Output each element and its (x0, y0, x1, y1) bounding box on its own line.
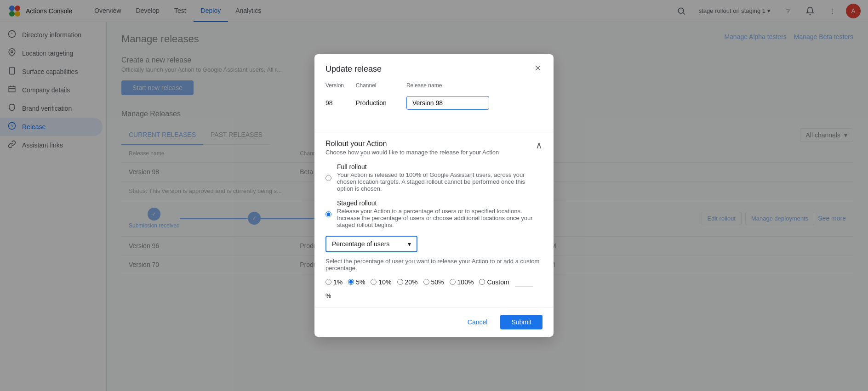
cancel-button[interactable]: Cancel (460, 315, 495, 329)
custom-pct-input[interactable] (515, 277, 533, 287)
full-rollout-label[interactable]: Full rollout (337, 163, 367, 170)
pct-option-50[interactable]: 50% (423, 278, 444, 286)
version-value: 98 (326, 92, 356, 113)
full-rollout-label-group: Full rollout Your Action is released to … (337, 163, 542, 192)
dialog-footer: Cancel Submit (314, 307, 554, 337)
pct-radio-50[interactable] (423, 279, 429, 285)
full-rollout-radio[interactable] (326, 164, 331, 192)
staged-rollout-label-group: Staged rollout Release your Action to a … (337, 199, 542, 228)
chevron-down-icon: ▾ (408, 240, 411, 248)
rollout-section: Rollout your Action Choose how you would… (314, 132, 554, 307)
close-dialog-button[interactable] (533, 63, 542, 75)
dialog-version-section: Version Channel Release name 98 Producti… (314, 82, 554, 132)
pct-symbol: % (326, 292, 331, 300)
update-release-dialog: Update release Version Channel Release n… (314, 54, 554, 337)
dialog-overlay: Update release Version Channel Release n… (0, 0, 868, 391)
version-table: Version Channel Release name 98 Producti… (326, 82, 542, 113)
submit-button[interactable]: Submit (500, 315, 542, 329)
staged-rollout-desc: Release your Action to a percentage of u… (337, 208, 542, 228)
staged-rollout-label[interactable]: Staged rollout (337, 199, 377, 207)
staged-rollout-option: Staged rollout Release your Action to a … (326, 199, 542, 228)
full-rollout-desc: Your Action is released to 100% of Googl… (337, 171, 542, 192)
pct-radio-5[interactable] (348, 279, 354, 285)
collapse-rollout-icon[interactable]: ∧ (536, 140, 542, 151)
channel-col-header: Channel (356, 82, 406, 92)
dialog-header: Update release (314, 54, 554, 82)
pct-radio-1[interactable] (326, 279, 331, 285)
full-rollout-option: Full rollout Your Action is released to … (326, 163, 542, 192)
release-name-field-cell (406, 92, 542, 113)
pct-radio-20[interactable] (397, 279, 403, 285)
percentage-options: 1% 5% 10% 20% 50% 100% Cus (326, 277, 542, 300)
version-col-header: Version (326, 82, 356, 92)
rollout-titles: Rollout your Action Choose how you would… (326, 140, 499, 156)
dropdown-selected-label: Percentage of users (332, 240, 389, 248)
pct-option-1[interactable]: 1% (326, 278, 343, 286)
percentage-desc: Select the percentage of user you want t… (326, 258, 542, 272)
staged-rollout-radio[interactable] (326, 200, 331, 228)
release-name-input[interactable] (406, 96, 489, 110)
release-name-col-header: Release name (406, 82, 542, 92)
pct-option-100[interactable]: 100% (450, 278, 474, 286)
pct-radio-100[interactable] (450, 279, 456, 285)
pct-radio-10[interactable] (371, 279, 377, 285)
pct-radio-custom[interactable] (479, 279, 485, 285)
channel-value: Production (356, 92, 406, 113)
pct-option-5[interactable]: 5% (348, 278, 365, 286)
pct-option-custom[interactable]: Custom (479, 278, 509, 286)
rollout-type-dropdown[interactable]: Percentage of users ▾ (326, 236, 417, 252)
pct-option-10[interactable]: 10% (371, 278, 391, 286)
rollout-title: Rollout your Action (326, 140, 499, 148)
dialog-title: Update release (326, 64, 382, 74)
rollout-desc: Choose how you would like to manage the … (326, 149, 499, 156)
version-row: 98 Production (326, 92, 542, 113)
rollout-header: Rollout your Action Choose how you would… (326, 140, 542, 156)
pct-option-20[interactable]: 20% (397, 278, 418, 286)
